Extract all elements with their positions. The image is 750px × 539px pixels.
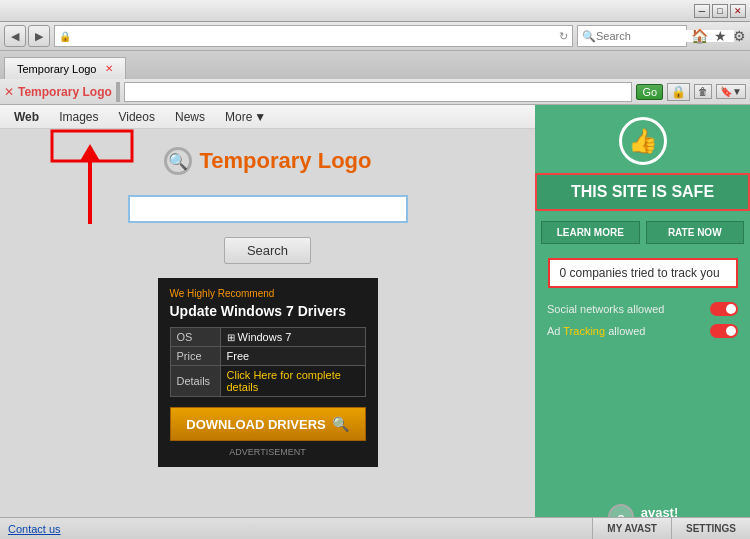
ad-word: Tracking: [563, 325, 605, 337]
se-toolbar-btn-1[interactable]: 🔒: [667, 83, 690, 101]
se-input-wrap[interactable]: [124, 82, 633, 102]
right-panel: 👍 THIS SITE IS SAFE LEARN MORE RATE NOW …: [535, 105, 750, 539]
back-button[interactable]: ◀: [4, 25, 26, 47]
browser-window: ─ □ ✕ ◀ ▶ 🔒 http://search.conduit.com/?c…: [0, 0, 750, 539]
safe-buttons: LEARN MORE RATE NOW: [535, 221, 750, 244]
se-divider: [116, 82, 120, 102]
chevron-down-icon: ▼: [254, 110, 266, 124]
address-bar[interactable]: 🔒 http://search.conduit.com/?ctid=CT4081…: [54, 25, 573, 47]
tab-images[interactable]: Images: [49, 105, 108, 128]
status-bar: Contact us MY AVAST SETTINGS: [0, 517, 750, 539]
restore-button[interactable]: □: [712, 4, 728, 18]
tab-web[interactable]: Web: [4, 105, 49, 128]
ad-recommend-text: We Highly Recommend: [170, 288, 366, 299]
close-button[interactable]: ✕: [730, 4, 746, 18]
lock-icon: 🔒: [59, 31, 71, 42]
ad-tracking-label: Ad Tracking allowed: [547, 325, 645, 337]
tab-more[interactable]: More ▼: [215, 105, 276, 128]
settings-avast-button[interactable]: SETTINGS: [671, 518, 750, 539]
search-logo-area: 🔍 Temporary Logo: [164, 147, 372, 175]
se-toolbar-btn-2[interactable]: 🗑: [694, 84, 712, 99]
ad-table: OS ⊞ Windows 7 Price Free Details: [170, 327, 366, 397]
se-go-button[interactable]: Go: [636, 84, 663, 100]
forward-button[interactable]: ▶: [28, 25, 50, 47]
toolbar-right: 🏠 ★ ⚙: [691, 28, 746, 44]
social-networks-label: Social networks allowed: [547, 303, 664, 315]
table-row: Details Click Here for complete details: [170, 366, 365, 397]
ad-row-label-2: Details: [170, 366, 220, 397]
safe-thumbsup-icon: 👍: [619, 117, 667, 165]
close-tab-button[interactable]: ✕: [105, 63, 113, 74]
settings-button[interactable]: ⚙: [733, 28, 746, 44]
content-area: Web Images Videos News More ▼: [0, 105, 750, 539]
svg-rect-0: [52, 131, 132, 161]
se-toolbar-buttons: Go 🔒 🗑 🔖▼: [636, 83, 746, 101]
social-networks-row: Social networks allowed: [535, 298, 750, 320]
nav-tabs: Web Images Videos News More ▼: [0, 105, 535, 129]
tab-news[interactable]: News: [165, 105, 215, 128]
toggle-dot-2: [726, 326, 736, 336]
titlebar-buttons: ─ □ ✕: [694, 4, 746, 18]
magnifier-icon: 🔍: [168, 152, 188, 171]
tab-more-label: More: [225, 110, 252, 124]
left-content: Web Images Videos News More ▼: [0, 105, 535, 539]
se-close-button[interactable]: ✕: [4, 85, 14, 99]
browser-toolbar: ◀ ▶ 🔒 http://search.conduit.com/?ctid=CT…: [0, 22, 750, 51]
search-icon: 🔍: [332, 416, 349, 432]
refresh-icon[interactable]: ↻: [559, 30, 568, 43]
my-avast-button[interactable]: MY AVAST: [592, 518, 671, 539]
tab-bar: Temporary Logo ✕: [0, 51, 750, 79]
search-engine-bar: ✕ Temporary Logo Go 🔒 🗑 🔖▼: [0, 79, 750, 105]
minimize-button[interactable]: ─: [694, 4, 710, 18]
contact-link[interactable]: Contact us: [8, 523, 61, 535]
search-logo-text: Temporary Logo: [200, 148, 372, 174]
search-main: 🔍 Temporary Logo Search We Highly Recomm…: [0, 129, 535, 539]
ad-footer: ADVERTISEMENT: [170, 447, 366, 457]
ad-tracking-row: Ad Tracking allowed: [535, 320, 750, 342]
status-right: MY AVAST SETTINGS: [592, 518, 750, 539]
ad-panel: We Highly Recommend Update Windows 7 Dri…: [158, 278, 378, 467]
ad-title: Update Windows 7 Drivers: [170, 303, 366, 319]
tab-videos[interactable]: Videos: [108, 105, 164, 128]
table-row: Price Free: [170, 347, 365, 366]
ad-row-value-0: ⊞ Windows 7: [220, 328, 365, 347]
ad-tracking-toggle[interactable]: [710, 324, 738, 338]
tab-label: Temporary Logo: [17, 63, 97, 75]
nav-buttons: ◀ ▶: [4, 25, 50, 47]
search-button[interactable]: Search: [224, 237, 311, 264]
track-badge-text: 0 companies tried to track you: [560, 266, 720, 280]
search-magnifier-icon: 🔍: [582, 30, 596, 43]
se-logo: Temporary Logo: [18, 85, 112, 99]
ad-row-label-1: Price: [170, 347, 220, 366]
toggle-dot: [726, 304, 736, 314]
download-drivers-button[interactable]: DOWNLOAD DRIVERS 🔍: [170, 407, 366, 441]
status-left: Contact us: [0, 523, 592, 535]
search-magnifier-circle: 🔍: [164, 147, 192, 175]
se-search-input[interactable]: [129, 86, 628, 98]
ad-row-link-2[interactable]: Click Here for complete details: [220, 366, 365, 397]
table-row: OS ⊞ Windows 7: [170, 328, 365, 347]
ad-row-label-0: OS: [170, 328, 220, 347]
browser-tab[interactable]: Temporary Logo ✕: [4, 57, 126, 79]
social-networks-toggle[interactable]: [710, 302, 738, 316]
learn-more-button[interactable]: LEARN MORE: [541, 221, 640, 244]
search-input-field[interactable]: [128, 195, 408, 223]
rate-now-button[interactable]: RATE NOW: [646, 221, 745, 244]
track-badge: 0 companies tried to track you: [548, 258, 738, 288]
windows-icon: ⊞: [227, 332, 235, 343]
browser-search-box[interactable]: 🔍: [577, 25, 687, 47]
svg-marker-2: [80, 144, 100, 161]
favorites-button[interactable]: ★: [714, 28, 727, 44]
download-btn-label: DOWNLOAD DRIVERS: [186, 417, 325, 432]
address-input[interactable]: http://search.conduit.com/?ctid=CT408137…: [75, 30, 555, 42]
titlebar: ─ □ ✕: [0, 0, 750, 22]
ad-row-value-1: Free: [220, 347, 365, 366]
home-button[interactable]: 🏠: [691, 28, 708, 44]
safe-badge: THIS SITE IS SAFE: [535, 173, 750, 211]
se-toolbar-btn-3[interactable]: 🔖▼: [716, 84, 746, 99]
